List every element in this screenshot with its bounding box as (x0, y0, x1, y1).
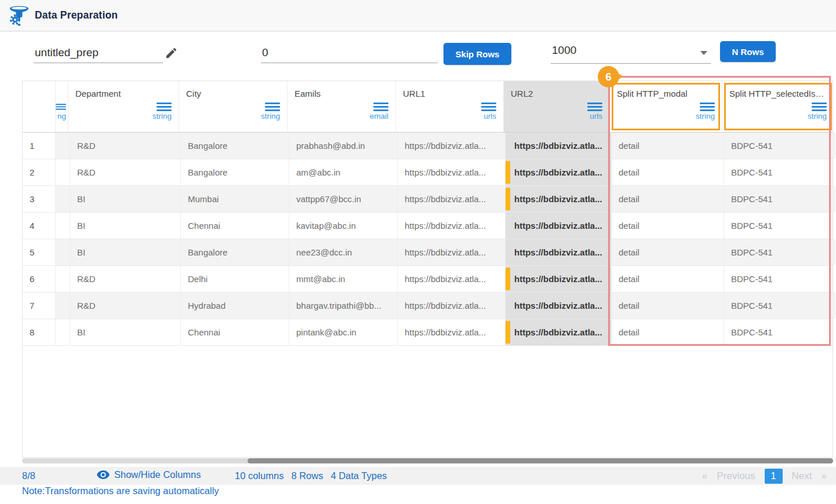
cell-split-selected[interactable]: BDPC-541 (724, 213, 835, 239)
partial-cell[interactable] (56, 213, 70, 239)
cell-split-selected[interactable]: BDPC-541 (724, 293, 835, 319)
cell-url2-text: https://bdbizviz.atla... (514, 141, 602, 151)
cell-email[interactable]: bhargav.tripathi@bb... (289, 293, 398, 319)
cell-url1[interactable]: https://bdbizviz.atla... (398, 186, 506, 212)
column-header-partial[interactable]: ng (56, 81, 68, 132)
cell-split-selected-text: BDPC-541 (731, 194, 773, 204)
partial-cell[interactable] (56, 239, 70, 265)
cell-split-modal[interactable]: detail (612, 186, 724, 212)
column-header-city[interactable]: City string (179, 81, 288, 132)
column-menu-icon[interactable] (812, 103, 827, 111)
n-rows-button[interactable]: N Rows (720, 41, 776, 62)
column-menu-icon[interactable] (587, 103, 602, 111)
cell-department[interactable]: R&D (70, 293, 181, 319)
cell-split-modal[interactable]: detail (612, 159, 724, 185)
cell-city[interactable]: Delhi (181, 266, 289, 292)
cell-url2[interactable]: https://bdbizviz.atla... (506, 133, 612, 159)
cell-url2-text: https://bdbizviz.atla... (514, 194, 602, 204)
prep-name-input[interactable] (34, 45, 163, 63)
pagination-last-icon[interactable]: » (822, 470, 827, 482)
pagination-page-1[interactable]: 1 (765, 469, 783, 484)
cell-department[interactable]: BI (70, 239, 181, 265)
cell-url2[interactable]: https://bdbizviz.atla... (506, 266, 612, 292)
cell-split-modal[interactable]: detail (612, 266, 724, 292)
cell-email[interactable]: prabhash@abd.in (289, 133, 398, 159)
cell-department[interactable]: R&D (70, 133, 181, 159)
cell-city[interactable]: Bangalore (181, 239, 289, 265)
column-header-department[interactable]: Department string (68, 81, 179, 132)
pagination-next-button[interactable]: Next (792, 470, 812, 482)
cell-department[interactable]: BI (70, 213, 181, 239)
cell-split-selected[interactable]: BDPC-541 (724, 186, 835, 212)
cell-city[interactable]: Chennai (181, 319, 289, 345)
horizontal-scrollbar[interactable] (22, 458, 833, 463)
pagination-previous-button[interactable]: Previous (717, 470, 755, 482)
partial-cell[interactable] (56, 159, 70, 185)
cell-url1[interactable]: https://bdbizviz.atla... (398, 266, 506, 292)
row-number-text: 5 (30, 247, 34, 257)
cell-email[interactable]: vattpp67@bcc.in (289, 186, 398, 212)
cell-url1[interactable]: https://bdbizviz.atla... (398, 293, 506, 319)
cell-email[interactable]: nee23@dcc.in (289, 239, 398, 265)
column-header-url1[interactable]: URL1 urls (396, 81, 504, 132)
partial-cell[interactable] (56, 186, 70, 212)
cell-url1[interactable]: https://bdbizviz.atla... (398, 319, 506, 345)
cell-email[interactable]: pintank@abc.in (289, 319, 398, 345)
cell-split-selected[interactable]: BDPC-541 (724, 319, 835, 345)
cell-url1[interactable]: https://bdbizviz.atla... (398, 239, 506, 265)
cell-url1[interactable]: https://bdbizviz.atla... (398, 159, 506, 185)
skip-rows-button[interactable]: Skip Rows (444, 43, 511, 65)
partial-cell[interactable] (56, 266, 70, 292)
cell-url2[interactable]: https://bdbizviz.atla... (506, 319, 612, 345)
cell-department[interactable]: BI (70, 319, 181, 345)
column-menu-icon[interactable] (373, 103, 388, 111)
show-hide-columns-button[interactable]: Show/Hide Columns (97, 469, 201, 480)
cell-url2[interactable]: https://bdbizviz.atla... (506, 239, 612, 265)
column-menu-icon[interactable] (700, 103, 715, 111)
cell-split-selected[interactable]: BDPC-541 (724, 266, 835, 292)
partial-cell[interactable] (56, 133, 70, 159)
cell-url2[interactable]: https://bdbizviz.atla... (506, 213, 612, 239)
cell-split-modal[interactable]: detail (612, 319, 724, 345)
column-menu-icon[interactable] (56, 103, 66, 111)
cell-split-modal[interactable]: detail (612, 239, 724, 265)
cell-split-modal[interactable]: detail (612, 293, 724, 319)
cell-city[interactable]: Bangalore (181, 159, 289, 185)
scrollbar-thumb[interactable] (248, 458, 833, 463)
cell-url1[interactable]: https://bdbizviz.atla... (398, 213, 506, 239)
cell-url2[interactable]: https://bdbizviz.atla... (506, 159, 612, 185)
n-rows-select[interactable]: 1000 (551, 43, 711, 64)
cell-split-selected[interactable]: BDPC-541 (724, 133, 835, 159)
column-header-split-http-selected[interactable]: Split HTTP_selectedIss... string (722, 81, 834, 132)
partial-cell[interactable] (56, 319, 70, 345)
cell-url2[interactable]: https://bdbizviz.atla... (506, 186, 612, 212)
cell-split-selected[interactable]: BDPC-541 (724, 239, 835, 265)
column-menu-icon[interactable] (481, 103, 496, 111)
cell-email[interactable]: kavitap@abc.in (289, 213, 398, 239)
column-header-eamils[interactable]: Eamils email (288, 81, 396, 132)
cell-department[interactable]: R&D (70, 159, 181, 185)
column-menu-icon[interactable] (157, 103, 172, 111)
cell-city[interactable]: Bangalore (181, 133, 289, 159)
cell-url2[interactable]: https://bdbizviz.atla... (506, 293, 612, 319)
pagination-first-icon[interactable]: « (702, 470, 707, 482)
cell-email[interactable]: mmt@abc.in (289, 266, 398, 292)
edit-pencil-icon[interactable] (165, 46, 178, 60)
cell-split-modal[interactable]: detail (612, 133, 724, 159)
cell-url1[interactable]: https://bdbizviz.atla... (398, 133, 506, 159)
row-number: 1 (23, 133, 56, 159)
cell-split-selected[interactable]: BDPC-541 (724, 159, 835, 185)
cell-email[interactable]: am@abc.in (289, 159, 398, 185)
cell-department[interactable]: BI (70, 186, 181, 212)
cell-city[interactable]: Hydrabad (181, 293, 289, 319)
grid-stats: 10 columns 8 Rows 4 Data Types (235, 470, 387, 481)
cell-city[interactable]: Chennai (181, 213, 289, 239)
cell-split-modal[interactable]: detail (612, 213, 724, 239)
column-header-split-http-modal[interactable]: Split HTTP_modal string (610, 81, 722, 132)
column-header-url2[interactable]: URL2 urls (504, 81, 610, 132)
cell-department[interactable]: R&D (70, 266, 181, 292)
column-menu-icon[interactable] (265, 103, 280, 111)
skip-rows-input[interactable] (261, 45, 438, 63)
cell-city[interactable]: Mumbai (181, 186, 289, 212)
partial-cell[interactable] (56, 293, 70, 319)
